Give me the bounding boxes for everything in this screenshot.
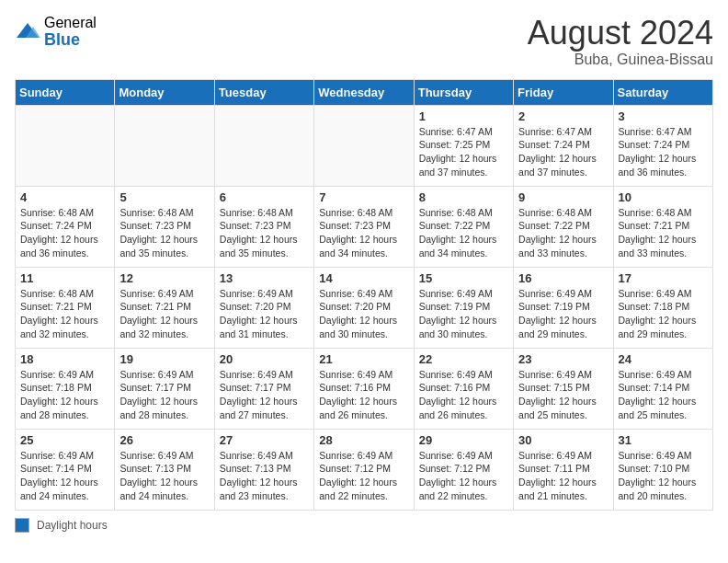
- legend-label: Daylight hours: [37, 519, 108, 532]
- calendar-day-header: Saturday: [613, 79, 712, 105]
- calendar-week-row: 25Sunrise: 6:49 AM Sunset: 7:14 PM Dayli…: [16, 429, 713, 510]
- day-number: 15: [419, 271, 508, 285]
- calendar-cell: 19Sunrise: 6:49 AM Sunset: 7:17 PM Dayli…: [115, 348, 214, 429]
- day-number: 3: [619, 109, 708, 123]
- day-number: 18: [20, 352, 109, 366]
- day-info: Sunrise: 6:49 AM Sunset: 7:15 PM Dayligh…: [518, 368, 608, 422]
- day-info: Sunrise: 6:48 AM Sunset: 7:21 PM Dayligh…: [619, 206, 708, 260]
- day-info: Sunrise: 6:49 AM Sunset: 7:11 PM Dayligh…: [518, 449, 608, 503]
- logo: General Blue: [15, 15, 97, 49]
- day-number: 30: [518, 433, 608, 447]
- logo-icon: [15, 19, 40, 45]
- day-number: 29: [419, 433, 508, 447]
- day-info: Sunrise: 6:48 AM Sunset: 7:23 PM Dayligh…: [119, 206, 209, 260]
- day-number: 25: [20, 433, 109, 447]
- day-number: 13: [220, 271, 309, 285]
- day-info: Sunrise: 6:49 AM Sunset: 7:13 PM Dayligh…: [220, 449, 309, 503]
- calendar-header-row: SundayMondayTuesdayWednesdayThursdayFrid…: [16, 79, 713, 105]
- day-info: Sunrise: 6:49 AM Sunset: 7:17 PM Dayligh…: [220, 368, 309, 422]
- calendar-cell: 24Sunrise: 6:49 AM Sunset: 7:14 PM Dayli…: [613, 348, 712, 429]
- location-subtitle: Buba, Guinea-Bissau: [528, 52, 713, 68]
- day-number: 2: [518, 109, 608, 123]
- logo-blue: Blue: [44, 31, 97, 50]
- day-info: Sunrise: 6:49 AM Sunset: 7:19 PM Dayligh…: [518, 287, 608, 341]
- day-info: Sunrise: 6:49 AM Sunset: 7:14 PM Dayligh…: [20, 449, 109, 503]
- day-info: Sunrise: 6:49 AM Sunset: 7:17 PM Dayligh…: [119, 368, 209, 422]
- day-number: 10: [619, 190, 708, 204]
- day-info: Sunrise: 6:47 AM Sunset: 7:24 PM Dayligh…: [619, 125, 708, 179]
- day-number: 6: [220, 190, 309, 204]
- calendar-week-row: 4Sunrise: 6:48 AM Sunset: 7:24 PM Daylig…: [16, 186, 713, 267]
- calendar-cell: 30Sunrise: 6:49 AM Sunset: 7:11 PM Dayli…: [514, 429, 613, 510]
- day-info: Sunrise: 6:47 AM Sunset: 7:25 PM Dayligh…: [419, 125, 508, 179]
- calendar-day-header: Friday: [514, 79, 613, 105]
- calendar-day-header: Thursday: [414, 79, 513, 105]
- calendar-cell: 21Sunrise: 6:49 AM Sunset: 7:16 PM Dayli…: [314, 348, 414, 429]
- calendar-cell: 26Sunrise: 6:49 AM Sunset: 7:13 PM Dayli…: [115, 429, 214, 510]
- day-number: 7: [319, 190, 408, 204]
- day-number: 1: [419, 109, 508, 123]
- day-info: Sunrise: 6:49 AM Sunset: 7:18 PM Dayligh…: [619, 287, 708, 341]
- day-info: Sunrise: 6:49 AM Sunset: 7:16 PM Dayligh…: [319, 368, 408, 422]
- day-info: Sunrise: 6:48 AM Sunset: 7:23 PM Dayligh…: [319, 206, 408, 260]
- calendar-day-header: Sunday: [16, 79, 115, 105]
- day-number: 16: [518, 271, 608, 285]
- day-number: 14: [319, 271, 408, 285]
- calendar-week-row: 18Sunrise: 6:49 AM Sunset: 7:18 PM Dayli…: [16, 348, 713, 429]
- calendar-cell: [16, 105, 115, 186]
- calendar-cell: 14Sunrise: 6:49 AM Sunset: 7:20 PM Dayli…: [314, 267, 414, 348]
- day-info: Sunrise: 6:49 AM Sunset: 7:20 PM Dayligh…: [319, 287, 408, 341]
- day-number: 22: [419, 352, 508, 366]
- calendar-cell: 31Sunrise: 6:49 AM Sunset: 7:10 PM Dayli…: [613, 429, 712, 510]
- day-number: 31: [619, 433, 708, 447]
- calendar-cell: 12Sunrise: 6:49 AM Sunset: 7:21 PM Dayli…: [115, 267, 214, 348]
- day-number: 11: [20, 271, 109, 285]
- day-info: Sunrise: 6:48 AM Sunset: 7:24 PM Dayligh…: [20, 206, 109, 260]
- day-number: 5: [119, 190, 209, 204]
- calendar-day-header: Wednesday: [314, 79, 414, 105]
- calendar-cell: 10Sunrise: 6:48 AM Sunset: 7:21 PM Dayli…: [613, 186, 712, 267]
- day-number: 19: [119, 352, 209, 366]
- calendar-cell: [115, 105, 214, 186]
- calendar-week-row: 1Sunrise: 6:47 AM Sunset: 7:25 PM Daylig…: [16, 105, 713, 186]
- day-info: Sunrise: 6:49 AM Sunset: 7:21 PM Dayligh…: [119, 287, 209, 341]
- calendar-cell: 2Sunrise: 6:47 AM Sunset: 7:24 PM Daylig…: [514, 105, 613, 186]
- calendar-cell: 18Sunrise: 6:49 AM Sunset: 7:18 PM Dayli…: [16, 348, 115, 429]
- calendar-cell: 17Sunrise: 6:49 AM Sunset: 7:18 PM Dayli…: [613, 267, 712, 348]
- day-info: Sunrise: 6:49 AM Sunset: 7:12 PM Dayligh…: [319, 449, 408, 503]
- day-info: Sunrise: 6:47 AM Sunset: 7:24 PM Dayligh…: [518, 125, 608, 179]
- calendar-cell: 15Sunrise: 6:49 AM Sunset: 7:19 PM Dayli…: [414, 267, 513, 348]
- day-info: Sunrise: 6:49 AM Sunset: 7:10 PM Dayligh…: [619, 449, 708, 503]
- day-info: Sunrise: 6:48 AM Sunset: 7:23 PM Dayligh…: [220, 206, 309, 260]
- day-info: Sunrise: 6:49 AM Sunset: 7:12 PM Dayligh…: [419, 449, 508, 503]
- day-info: Sunrise: 6:49 AM Sunset: 7:13 PM Dayligh…: [119, 449, 209, 503]
- day-number: 8: [419, 190, 508, 204]
- page-header: General Blue August 2024 Buba, Guinea-Bi…: [15, 15, 713, 68]
- day-info: Sunrise: 6:49 AM Sunset: 7:14 PM Dayligh…: [619, 368, 708, 422]
- calendar-cell: 20Sunrise: 6:49 AM Sunset: 7:17 PM Dayli…: [214, 348, 313, 429]
- day-info: Sunrise: 6:49 AM Sunset: 7:20 PM Dayligh…: [220, 287, 309, 341]
- day-info: Sunrise: 6:49 AM Sunset: 7:19 PM Dayligh…: [419, 287, 508, 341]
- day-info: Sunrise: 6:49 AM Sunset: 7:18 PM Dayligh…: [20, 368, 109, 422]
- calendar-cell: 9Sunrise: 6:48 AM Sunset: 7:22 PM Daylig…: [514, 186, 613, 267]
- day-number: 24: [619, 352, 708, 366]
- day-number: 12: [119, 271, 209, 285]
- legend: Daylight hours: [15, 518, 713, 533]
- calendar-cell: 11Sunrise: 6:48 AM Sunset: 7:21 PM Dayli…: [16, 267, 115, 348]
- calendar-cell: [214, 105, 313, 186]
- calendar-cell: 1Sunrise: 6:47 AM Sunset: 7:25 PM Daylig…: [414, 105, 513, 186]
- calendar-day-header: Monday: [115, 79, 214, 105]
- calendar-cell: 27Sunrise: 6:49 AM Sunset: 7:13 PM Dayli…: [214, 429, 313, 510]
- day-number: 23: [518, 352, 608, 366]
- calendar-cell: 7Sunrise: 6:48 AM Sunset: 7:23 PM Daylig…: [314, 186, 414, 267]
- day-number: 9: [518, 190, 608, 204]
- calendar-cell: [314, 105, 414, 186]
- calendar-cell: 16Sunrise: 6:49 AM Sunset: 7:19 PM Dayli…: [514, 267, 613, 348]
- legend-color-box: [15, 518, 29, 533]
- calendar-cell: 29Sunrise: 6:49 AM Sunset: 7:12 PM Dayli…: [414, 429, 513, 510]
- day-number: 26: [119, 433, 209, 447]
- calendar-cell: 13Sunrise: 6:49 AM Sunset: 7:20 PM Dayli…: [214, 267, 313, 348]
- day-info: Sunrise: 6:48 AM Sunset: 7:22 PM Dayligh…: [419, 206, 508, 260]
- calendar-cell: 5Sunrise: 6:48 AM Sunset: 7:23 PM Daylig…: [115, 186, 214, 267]
- day-number: 21: [319, 352, 408, 366]
